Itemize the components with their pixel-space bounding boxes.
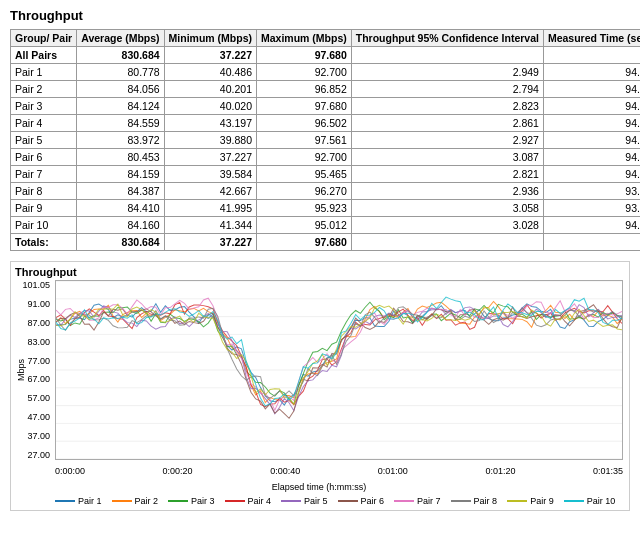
legend-label: Pair 2 <box>135 496 159 506</box>
table-cell: 95.923 <box>256 200 351 217</box>
table-cell: 3.087 <box>351 149 543 166</box>
legend-label: Pair 3 <box>191 496 215 506</box>
table-cell: 40.486 <box>164 64 256 81</box>
col-header-ci: Throughput 95% Confidence Interval <box>351 30 543 47</box>
table-cell: Pair 10 <box>11 217 77 234</box>
table-cell: 93.828 <box>543 200 640 217</box>
y-label: 101.05 <box>22 280 50 290</box>
table-cell: 84.159 <box>77 166 164 183</box>
legend-label: Pair 10 <box>587 496 616 506</box>
table-cell: 94.465 <box>543 149 640 166</box>
legend-color <box>281 500 301 502</box>
throughput-table: Group/ Pair Average (Mbps) Minimum (Mbps… <box>10 29 640 251</box>
x-label: 0:00:20 <box>163 466 193 476</box>
legend-color <box>451 500 471 502</box>
table-cell: 41.995 <box>164 200 256 217</box>
legend-color <box>225 500 245 502</box>
chart-area: Mbps 101.0591.0087.0083.0077.0067.0057.0… <box>15 280 623 480</box>
table-cell: 94.223 <box>543 81 640 98</box>
table-cell: 40.201 <box>164 81 256 98</box>
legend-item: Pair 8 <box>451 496 498 506</box>
legend-item: Pair 2 <box>112 496 159 506</box>
table-cell <box>543 47 640 64</box>
table-cell: 84.160 <box>77 217 164 234</box>
x-label: 0:00:00 <box>55 466 85 476</box>
table-cell: 830.684 <box>77 234 164 251</box>
legend-label: Pair 8 <box>474 496 498 506</box>
table-cell: 80.453 <box>77 149 164 166</box>
legend-item: Pair 1 <box>55 496 102 506</box>
table-cell: 95.012 <box>256 217 351 234</box>
table-cell: 37.227 <box>164 234 256 251</box>
legend-item: Pair 10 <box>564 496 616 506</box>
chart-plot <box>55 280 623 460</box>
table-cell <box>543 234 640 251</box>
col-header-group: Group/ Pair <box>11 30 77 47</box>
table-cell: 2.823 <box>351 98 543 115</box>
y-label: 37.00 <box>27 431 50 441</box>
legend-item: Pair 9 <box>507 496 554 506</box>
table-cell: 830.684 <box>77 47 164 64</box>
table-cell: 93.853 <box>543 183 640 200</box>
table-cell: 37.227 <box>164 149 256 166</box>
table-cell: 83.972 <box>77 132 164 149</box>
legend-label: Pair 6 <box>361 496 385 506</box>
col-header-avg: Average (Mbps) <box>77 30 164 47</box>
chart-container: Throughput Mbps 101.0591.0087.0083.0077.… <box>10 261 630 511</box>
page-title: Throughput <box>10 8 630 23</box>
table-cell: Pair 3 <box>11 98 77 115</box>
col-header-max: Maximum (Mbps) <box>256 30 351 47</box>
table-cell: 94.085 <box>543 64 640 81</box>
table-cell: 95.465 <box>256 166 351 183</box>
table-cell: 39.880 <box>164 132 256 149</box>
table-cell: 84.387 <box>77 183 164 200</box>
table-cell: Pair 7 <box>11 166 77 183</box>
table-cell <box>351 234 543 251</box>
table-cell: 40.020 <box>164 98 256 115</box>
table-cell: 42.667 <box>164 183 256 200</box>
table-cell: Pair 6 <box>11 149 77 166</box>
chart-svg <box>56 281 622 459</box>
legend-color <box>507 500 527 502</box>
legend-label: Pair 7 <box>417 496 441 506</box>
table-cell: 84.410 <box>77 200 164 217</box>
y-label: 27.00 <box>27 450 50 460</box>
table-cell: All Pairs <box>11 47 77 64</box>
table-cell: 97.680 <box>256 47 351 64</box>
table-cell: 2.936 <box>351 183 543 200</box>
table-cell: 84.559 <box>77 115 164 132</box>
table-cell: 39.584 <box>164 166 256 183</box>
table-cell: 2.861 <box>351 115 543 132</box>
table-cell: Pair 5 <box>11 132 77 149</box>
table-cell: 41.344 <box>164 217 256 234</box>
legend-color <box>564 500 584 502</box>
table-cell: 94.609 <box>543 115 640 132</box>
table-cell: 92.700 <box>256 64 351 81</box>
y-label: 67.00 <box>27 374 50 384</box>
chart-title: Throughput <box>15 266 623 278</box>
table-cell: 94.107 <box>543 217 640 234</box>
legend-label: Pair 1 <box>78 496 102 506</box>
x-axis-labels: 0:00:000:00:200:00:400:01:000:01:200:01:… <box>55 462 623 480</box>
legend-label: Pair 5 <box>304 496 328 506</box>
legend-color <box>168 500 188 502</box>
table-cell: 96.852 <box>256 81 351 98</box>
legend-color <box>112 500 132 502</box>
y-label: 47.00 <box>27 412 50 422</box>
y-label: 91.00 <box>27 299 50 309</box>
table-cell: 3.028 <box>351 217 543 234</box>
table-cell: Pair 8 <box>11 183 77 200</box>
legend-color <box>338 500 358 502</box>
table-cell: 84.056 <box>77 81 164 98</box>
legend-item: Pair 4 <box>225 496 272 506</box>
legend-item: Pair 6 <box>338 496 385 506</box>
table-cell <box>351 47 543 64</box>
table-cell: Totals: <box>11 234 77 251</box>
y-axis-labels: 101.0591.0087.0083.0077.0067.0057.0047.0… <box>15 280 53 460</box>
table-cell: 80.778 <box>77 64 164 81</box>
table-cell: Pair 4 <box>11 115 77 132</box>
x-label: 0:01:35 <box>593 466 623 476</box>
table-cell: 96.502 <box>256 115 351 132</box>
y-label: 77.00 <box>27 356 50 366</box>
table-cell: 43.197 <box>164 115 256 132</box>
